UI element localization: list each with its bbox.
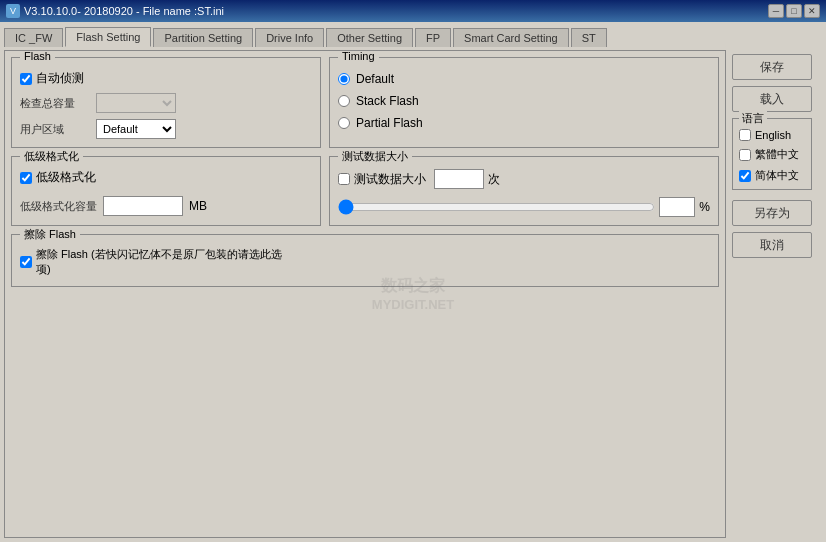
timing-partial-label: Partial Flash (356, 116, 423, 130)
save-as-button[interactable]: 另存为 (732, 200, 812, 226)
low-format-capacity-row: 低级格式化容量 MB (20, 196, 312, 216)
timing-stack-radio[interactable] (338, 95, 350, 107)
tab-ic-fw[interactable]: IC _FW (4, 28, 63, 47)
timing-stack-row: Stack Flash (338, 94, 710, 108)
test-data-checkbox-row: 测试数据大小 次 (338, 169, 710, 189)
main-panel: Flash 自动侦测 检查总容量 用户区域 (4, 50, 726, 538)
tab-bar: IC _FW Flash Setting Partition Setting D… (0, 22, 826, 46)
title-bar-left: V V3.10.10.0- 20180920 - File name :ST.i… (6, 4, 224, 18)
flash-group: Flash 自动侦测 检查总容量 用户区域 (11, 57, 321, 148)
lang-trad-chinese-checkbox[interactable] (739, 149, 751, 161)
lang-english-label: English (755, 129, 791, 141)
language-group-title: 语言 (739, 111, 767, 126)
main-content-wrapper: Flash 自动侦测 检查总容量 用户区域 (4, 50, 822, 538)
check-total-label: 检查总容量 (20, 96, 90, 111)
timing-default-row: Default (338, 72, 710, 86)
tab-other-setting[interactable]: Other Setting (326, 28, 413, 47)
test-data-slider[interactable] (338, 199, 655, 215)
tab-smart-card[interactable]: Smart Card Setting (453, 28, 569, 47)
main-window: IC _FW Flash Setting Partition Setting D… (0, 22, 826, 542)
erase-flash-label: 擦除 Flash (若快闪记忆体不是原厂包装的请选此选项) (36, 247, 296, 278)
tab-st[interactable]: ST (571, 28, 607, 47)
test-data-label: 测试数据大小 (354, 171, 426, 188)
timing-default-radio[interactable] (338, 73, 350, 85)
low-format-title: 低级格式化 (20, 149, 83, 164)
timing-partial-radio[interactable] (338, 117, 350, 129)
lang-trad-chinese-label: 繁體中文 (755, 147, 799, 162)
lang-trad-chinese-option: 繁體中文 (739, 147, 805, 162)
language-group: 语言 English 繁體中文 简体中文 (732, 118, 812, 190)
timing-partial-row: Partial Flash (338, 116, 710, 130)
mb-unit: MB (189, 199, 207, 213)
timing-group-title: Timing (338, 50, 379, 62)
timing-radio-group: Default Stack Flash Partial Flash (338, 72, 710, 130)
times-label: 次 (488, 171, 500, 188)
minimize-button[interactable]: ─ (768, 4, 784, 18)
flash-timing-row: Flash 自动侦测 检查总容量 用户区域 (11, 57, 719, 148)
low-format-capacity-input[interactable] (103, 196, 183, 216)
test-data-checkbox[interactable] (338, 173, 350, 185)
maximize-button[interactable]: □ (786, 4, 802, 18)
tab-flash-setting[interactable]: Flash Setting (65, 27, 151, 47)
lang-simp-chinese-checkbox[interactable] (739, 170, 751, 182)
low-format-group: 低级格式化 低级格式化 低级格式化容量 MB (11, 156, 321, 226)
app-icon: V (6, 4, 20, 18)
test-data-input[interactable] (434, 169, 484, 189)
user-area-select[interactable]: Default (96, 119, 176, 139)
low-format-inner: 低级格式化 低级格式化容量 MB (20, 163, 312, 216)
title-bar-controls: ─ □ ✕ (768, 4, 820, 18)
cancel-button[interactable]: 取消 (732, 232, 812, 258)
erase-flash-title: 擦除 Flash (20, 227, 80, 242)
title-bar: V V3.10.10.0- 20180920 - File name :ST.i… (0, 0, 826, 22)
percent-label: % (699, 200, 710, 214)
tab-partition-setting[interactable]: Partition Setting (153, 28, 253, 47)
user-area-label: 用户区域 (20, 122, 90, 137)
tab-fp[interactable]: FP (415, 28, 451, 47)
test-data-title: 测试数据大小 (338, 149, 412, 164)
timing-stack-label: Stack Flash (356, 94, 419, 108)
flash-group-title: Flash (20, 50, 55, 62)
lang-english-option: English (739, 129, 805, 141)
content-area: Flash 自动侦测 检查总容量 用户区域 (0, 46, 826, 542)
timing-default-label: Default (356, 72, 394, 86)
percent-input[interactable] (659, 197, 695, 217)
check-total-row: 检查总容量 (20, 93, 312, 113)
middle-row: 低级格式化 低级格式化 低级格式化容量 MB (11, 156, 719, 226)
check-total-select[interactable] (96, 93, 176, 113)
low-format-checkbox-row: 低级格式化 (20, 169, 312, 186)
auto-detect-checkbox[interactable] (20, 73, 32, 85)
lang-english-checkbox[interactable] (739, 129, 751, 141)
user-area-row: 用户区域 Default (20, 119, 312, 139)
erase-flash-checkbox-row: 擦除 Flash (若快闪记忆体不是原厂包装的请选此选项) (20, 247, 710, 278)
low-format-label: 低级格式化 (36, 169, 96, 186)
timing-group: Timing Default Stack Flash (329, 57, 719, 148)
lang-simp-chinese-option: 简体中文 (739, 168, 805, 183)
close-button[interactable]: ✕ (804, 4, 820, 18)
tab-drive-info[interactable]: Drive Info (255, 28, 324, 47)
lang-simp-chinese-label: 简体中文 (755, 168, 799, 183)
low-format-capacity-label: 低级格式化容量 (20, 199, 97, 214)
slider-row: % (338, 197, 710, 217)
sidebar-bottom: 另存为 取消 (732, 200, 822, 258)
erase-flash-group: 擦除 Flash 擦除 Flash (若快闪记忆体不是原厂包装的请选此选项) (11, 234, 719, 287)
load-button[interactable]: 载入 (732, 86, 812, 112)
erase-flash-checkbox[interactable] (20, 256, 32, 268)
test-data-group: 测试数据大小 测试数据大小 次 % (329, 156, 719, 226)
sidebar: 保存 载入 语言 English 繁體中文 简体中文 (732, 50, 822, 538)
low-format-checkbox[interactable] (20, 172, 32, 184)
auto-detect-label: 自动侦测 (36, 70, 84, 87)
save-button[interactable]: 保存 (732, 54, 812, 80)
auto-detect-row: 自动侦测 (20, 70, 312, 87)
title-bar-text: V3.10.10.0- 20180920 - File name :ST.ini (24, 5, 224, 17)
